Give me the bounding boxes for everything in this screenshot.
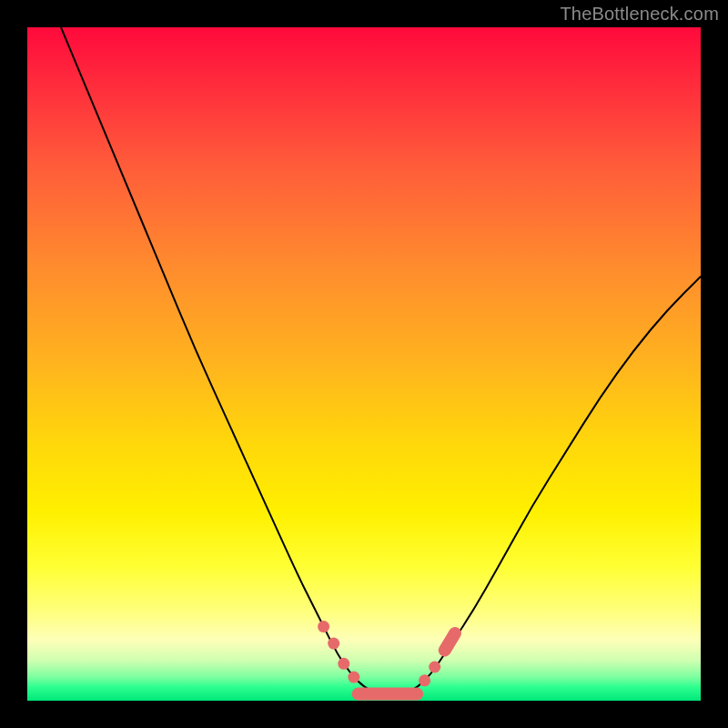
bead-marker xyxy=(348,672,359,683)
bead-marker xyxy=(328,638,339,650)
bead-marker xyxy=(338,658,349,670)
bottleneck-curve xyxy=(61,27,701,694)
chart-frame: TheBottleneck.com xyxy=(0,0,728,728)
curve-beads xyxy=(318,621,463,701)
curve-layer xyxy=(27,27,701,701)
watermark-text: TheBottleneck.com xyxy=(560,4,719,25)
plot-area xyxy=(27,27,701,701)
flat-pill xyxy=(352,688,424,701)
bead-marker xyxy=(318,621,329,632)
bead-pill-right xyxy=(436,624,463,659)
bead-marker xyxy=(429,662,440,673)
bead-marker xyxy=(419,674,430,686)
